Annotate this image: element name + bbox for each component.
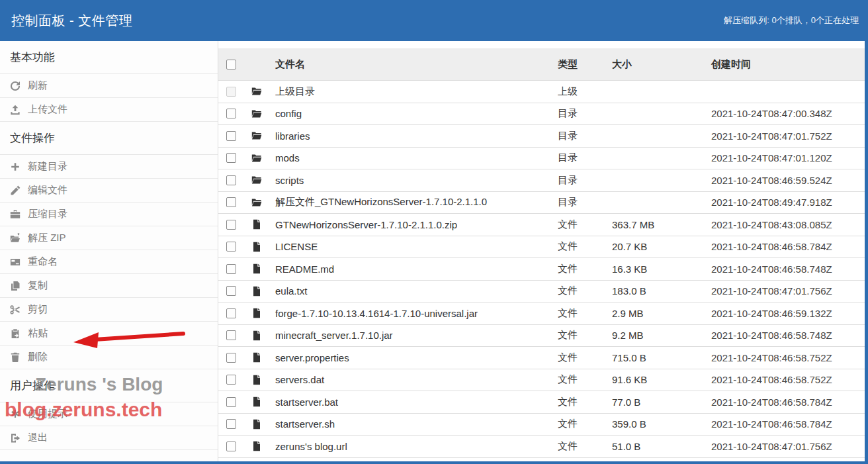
file-name[interactable]: 上级目录 bbox=[275, 85, 546, 98]
row-checkbox[interactable] bbox=[226, 308, 236, 318]
file-name[interactable]: forge-1.7.10-10.13.4.1614-1.7.10-univers… bbox=[275, 308, 546, 319]
sidebar-item-briefcase[interactable]: 压缩目录 bbox=[0, 203, 218, 226]
sidebar-item-trash[interactable]: 删除 bbox=[0, 346, 218, 369]
file-type: 文件 bbox=[546, 396, 612, 408]
file-icon bbox=[251, 308, 275, 318]
row-checkbox[interactable] bbox=[226, 242, 236, 252]
file-name[interactable]: config bbox=[275, 108, 546, 119]
refresh-icon bbox=[10, 81, 21, 91]
row-checkbox[interactable] bbox=[226, 153, 236, 163]
upload-icon bbox=[10, 105, 21, 115]
file-name[interactable]: zeruns's blog.url bbox=[275, 441, 546, 452]
file-name[interactable]: minecraft_server.1.7.10.jar bbox=[275, 330, 546, 341]
file-size: 2.9 MB bbox=[612, 308, 705, 319]
table-row: scripts目录2021-10-24T08:46:59.524Z bbox=[218, 169, 865, 192]
sidebar-item-refresh[interactable]: 刷新 bbox=[0, 74, 218, 98]
table-row: startserver.sh文件359.0 B2021-10-24T08:46:… bbox=[218, 414, 865, 436]
sidebar-item-pencil[interactable]: 编辑文件 bbox=[0, 179, 218, 203]
file-created-time: 2021-10-24T08:46:59.132Z bbox=[705, 308, 865, 319]
file-name[interactable]: scripts bbox=[275, 175, 546, 186]
folder-open-icon bbox=[251, 86, 275, 97]
sidebar-item-paste[interactable]: 粘贴 bbox=[0, 322, 218, 346]
sidebar-item-label: 编辑文件 bbox=[28, 184, 67, 197]
file-name[interactable]: mods bbox=[275, 152, 546, 163]
file-type: 文件 bbox=[546, 440, 612, 453]
sidebar-section-header: 用户操作 bbox=[0, 369, 218, 402]
sidebar-item-upload[interactable]: 上传文件 bbox=[0, 98, 218, 122]
row-checkbox[interactable] bbox=[226, 286, 236, 296]
sidebar-item-label: 剪切 bbox=[28, 303, 48, 316]
app-header: 控制面板 - 文件管理 解压缩队列: 0个排队，0个正在处理 bbox=[0, 0, 868, 41]
file-type: 文件 bbox=[546, 373, 612, 386]
row-checkbox[interactable] bbox=[226, 330, 236, 340]
row-checkbox[interactable] bbox=[226, 441, 236, 451]
row-checkbox[interactable] bbox=[226, 220, 236, 230]
sidebar-item-label: 解压 ZIP bbox=[28, 232, 66, 244]
column-header-filename[interactable]: 文件名 bbox=[275, 58, 546, 71]
sidebar-item-rename[interactable]: 重命名 bbox=[0, 250, 218, 274]
file-icon bbox=[251, 242, 275, 252]
file-name[interactable]: LICENSE bbox=[275, 241, 546, 252]
column-header-created[interactable]: 创建时间 bbox=[705, 58, 865, 71]
file-created-time: 2021-10-24T08:46:58.784Z bbox=[705, 241, 865, 252]
file-created-time: 2021-10-24T08:46:58.752Z bbox=[705, 374, 865, 385]
select-all-checkbox[interactable] bbox=[226, 60, 236, 70]
sidebar-item-sign-out[interactable]: 退出 bbox=[0, 426, 218, 450]
row-checkbox[interactable] bbox=[226, 397, 236, 407]
file-table-panel: 文件名 类型 大小 创建时间 上级目录上级config目录2021-10-24T… bbox=[218, 41, 865, 461]
file-name[interactable]: startserver.sh bbox=[275, 418, 546, 430]
sidebar-item-asterisk[interactable]: 使用提示 bbox=[0, 402, 218, 426]
sidebar-item-label: 新建目录 bbox=[28, 160, 67, 173]
file-name[interactable]: 解压文件_GTNewHorizonsServer-1.7.10-2.1.1.0 bbox=[275, 196, 546, 209]
scissors-icon bbox=[10, 304, 21, 315]
rename-icon bbox=[10, 257, 21, 267]
file-type: 目录 bbox=[546, 174, 612, 187]
file-name[interactable]: libraries bbox=[275, 130, 546, 142]
column-header-type[interactable]: 类型 bbox=[546, 58, 612, 71]
file-name[interactable]: README.md bbox=[275, 263, 546, 275]
row-checkbox[interactable] bbox=[226, 197, 236, 207]
file-type: 目录 bbox=[546, 130, 612, 142]
file-type: 文件 bbox=[546, 307, 612, 320]
trash-icon bbox=[10, 352, 21, 363]
file-type: 文件 bbox=[546, 329, 612, 342]
file-type: 目录 bbox=[546, 107, 612, 120]
sidebar-item-plus[interactable]: 新建目录 bbox=[0, 155, 218, 179]
briefcase-icon bbox=[10, 209, 21, 220]
sidebar-item-copy[interactable]: 复制 bbox=[0, 274, 218, 298]
file-name[interactable]: startserver.bat bbox=[275, 396, 546, 408]
table-row: 解压文件_GTNewHorizonsServer-1.7.10-2.1.1.0目… bbox=[218, 192, 865, 214]
page-title: 控制面板 - 文件管理 bbox=[0, 12, 132, 30]
row-checkbox[interactable] bbox=[226, 109, 236, 118]
file-size: 51.0 B bbox=[612, 441, 705, 452]
row-checkbox[interactable] bbox=[226, 264, 236, 274]
file-icon bbox=[251, 219, 275, 230]
row-checkbox[interactable] bbox=[226, 131, 236, 141]
row-checkbox[interactable] bbox=[226, 375, 236, 385]
file-created-time: 2021-10-24T08:47:01.756Z bbox=[705, 441, 865, 452]
sidebar-section-header: 基本功能 bbox=[0, 41, 218, 74]
file-icon bbox=[251, 396, 275, 407]
sidebar-item-unzip[interactable]: 解压 ZIP bbox=[0, 226, 218, 250]
file-name[interactable]: server.properties bbox=[275, 352, 546, 363]
file-type: 目录 bbox=[546, 152, 612, 164]
row-checkbox[interactable] bbox=[226, 175, 236, 185]
row-checkbox[interactable] bbox=[226, 353, 236, 363]
file-size: 16.3 KB bbox=[612, 263, 705, 275]
file-name[interactable]: eula.txt bbox=[275, 285, 546, 297]
file-type: 文件 bbox=[546, 351, 612, 364]
file-size: 715.0 B bbox=[612, 352, 705, 363]
sidebar: 基本功能刷新上传文件文件操作新建目录编辑文件压缩目录解压 ZIP重命名复制剪切粘… bbox=[0, 41, 218, 461]
unzip-icon bbox=[10, 233, 21, 244]
file-name[interactable]: GTNewHorizonsServer-1.7.10-2.1.1.0.zip bbox=[275, 219, 546, 230]
column-header-size[interactable]: 大小 bbox=[612, 58, 705, 71]
file-icon bbox=[251, 352, 275, 363]
row-checkbox[interactable] bbox=[226, 419, 236, 429]
table-row: LICENSE文件20.7 KB2021-10-24T08:46:58.784Z bbox=[218, 236, 865, 259]
file-manager-page: 控制面板 - 文件管理 解压缩队列: 0个排队，0个正在处理 基本功能刷新上传文… bbox=[0, 0, 868, 464]
file-created-time: 2021-10-24T08:46:58.752Z bbox=[705, 352, 865, 363]
table-row: eula.txt文件183.0 B2021-10-24T08:47:01.756… bbox=[218, 281, 865, 303]
sidebar-item-label: 上传文件 bbox=[28, 103, 67, 116]
file-name[interactable]: servers.dat bbox=[275, 374, 546, 385]
sidebar-item-scissors[interactable]: 剪切 bbox=[0, 298, 218, 322]
